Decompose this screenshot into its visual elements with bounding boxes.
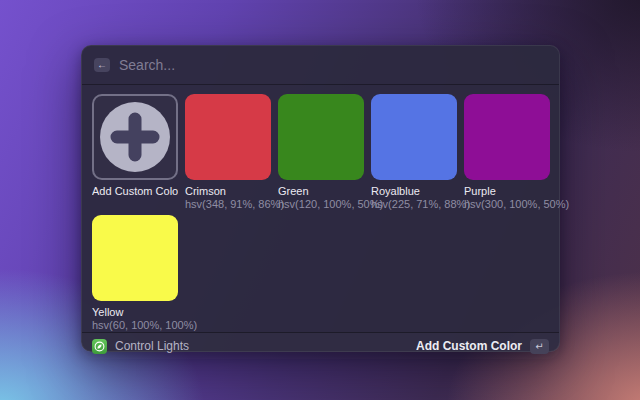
color-hsv-value: hsv(60, 100%, 100%) (92, 319, 178, 332)
color-name: Royalblue (371, 185, 457, 198)
color-swatch-green[interactable] (278, 94, 364, 180)
color-hsv-value: hsv(300, 100%, 50%) (464, 198, 550, 211)
grid-item-crimson: Crimson hsv(348, 91%, 86%) (185, 94, 271, 211)
color-swatch-crimson[interactable] (185, 94, 271, 180)
color-swatch-yellow[interactable] (92, 215, 178, 301)
leaf-icon (94, 341, 105, 352)
grid-item-royalblue: Royalblue hsv(225, 71%, 88%) (371, 94, 457, 211)
grid-item-green: Green hsv(120, 100%, 50%) (278, 94, 364, 211)
color-name: Green (278, 185, 364, 198)
search-input[interactable] (119, 57, 547, 73)
desktop-background: { "window": { "search": { "placeholder":… (0, 0, 640, 400)
enter-key-icon: ↵ (530, 339, 549, 354)
grid-item-add-custom-color: Add Custom Color (92, 94, 178, 211)
add-custom-color-tile[interactable] (92, 94, 178, 180)
color-swatch-purple[interactable] (464, 94, 550, 180)
color-name: Purple (464, 185, 550, 198)
command-palette-window: ← Add Custom Color Crimson hsv(348, 91%,… (81, 45, 560, 352)
add-custom-color-label: Add Custom Color (92, 185, 178, 198)
primary-action-button[interactable]: Add Custom Color (416, 339, 522, 353)
color-grid-area: Add Custom Color Crimson hsv(348, 91%, 8… (82, 85, 559, 332)
control-lights-app-icon (92, 339, 107, 354)
color-name: Yellow (92, 306, 178, 319)
status-bar: Control Lights Add Custom Color ↵ (82, 332, 559, 359)
app-name: Control Lights (115, 339, 189, 353)
color-grid: Add Custom Color Crimson hsv(348, 91%, 8… (92, 94, 549, 332)
color-name: Crimson (185, 185, 271, 198)
grid-item-yellow: Yellow hsv(60, 100%, 100%) (92, 215, 178, 332)
back-button[interactable]: ← (94, 58, 110, 72)
color-hsv-value: hsv(120, 100%, 50%) (278, 198, 364, 211)
search-bar: ← (82, 46, 559, 85)
color-hsv-value: hsv(225, 71%, 88%) (371, 198, 457, 211)
color-hsv-value: hsv(348, 91%, 86%) (185, 198, 271, 211)
plus-circle-icon (100, 102, 170, 172)
color-swatch-royalblue[interactable] (371, 94, 457, 180)
grid-item-purple: Purple hsv(300, 100%, 50%) (464, 94, 550, 211)
